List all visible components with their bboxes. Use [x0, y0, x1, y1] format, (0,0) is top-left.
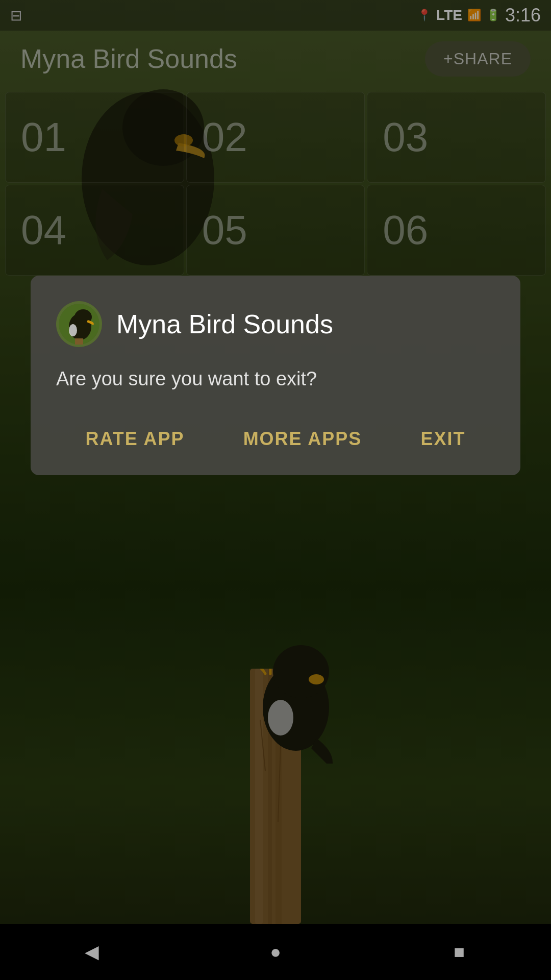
exit-button[interactable]: EXIT [410, 423, 475, 455]
dialog-overlay [0, 0, 551, 980]
dialog-title: Myna Bird Sounds [116, 309, 333, 339]
app-icon [56, 301, 102, 347]
more-apps-button[interactable]: MORE APPS [233, 423, 372, 455]
svg-rect-18 [75, 338, 83, 345]
home-button[interactable]: ● [255, 932, 296, 972]
rate-app-button[interactable]: RATE APP [76, 423, 195, 455]
dialog-message: Are you sure you want to exit? [56, 365, 495, 393]
home-icon: ● [270, 941, 281, 963]
recent-icon: ■ [454, 941, 465, 963]
back-icon: ◀ [85, 941, 99, 963]
recent-apps-button[interactable]: ■ [439, 932, 480, 972]
dialog-header: Myna Bird Sounds [56, 301, 495, 347]
exit-dialog: Myna Bird Sounds Are you sure you want t… [31, 276, 520, 475]
dialog-buttons: RATE APP MORE APPS EXIT [56, 423, 495, 455]
back-button[interactable]: ◀ [71, 932, 112, 972]
navigation-bar: ◀ ● ■ [0, 924, 551, 980]
svg-point-17 [69, 324, 77, 336]
